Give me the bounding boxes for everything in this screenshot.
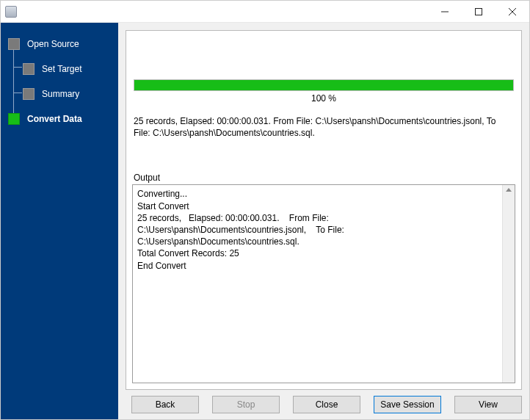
scrollbar[interactable] — [502, 185, 515, 383]
close-button[interactable]: Close — [293, 396, 360, 413]
sidebar-item-label: Open Source — [27, 39, 79, 49]
step-icon — [23, 88, 35, 100]
stop-button[interactable]: Stop — [212, 396, 280, 413]
sidebar-item-label: Convert Data — [27, 114, 82, 124]
progress-fill — [134, 80, 513, 90]
sidebar: Open Source Set Target Summary Convert D… — [1, 23, 118, 419]
step-icon — [23, 63, 35, 75]
progress-label: 100 % — [134, 93, 514, 104]
titlebar-left — [1, 6, 21, 18]
minimize-button[interactable] — [428, 1, 462, 22]
sidebar-item-label: Summary — [42, 89, 79, 99]
view-button[interactable]: View — [454, 396, 522, 413]
window-controls — [428, 1, 529, 22]
output-box: Converting... Start Convert 25 records, … — [132, 184, 515, 383]
step-icon — [8, 113, 20, 125]
sidebar-item-set-target[interactable]: Set Target — [1, 57, 118, 82]
progress-section: 100 % — [131, 35, 517, 106]
content-area: Open Source Set Target Summary Convert D… — [1, 23, 529, 419]
main-panel: 100 % 25 records, Elapsed: 00:00:00.031.… — [126, 30, 522, 390]
maximize-button[interactable] — [462, 1, 495, 22]
close-window-button[interactable] — [495, 1, 529, 22]
app-icon — [5, 6, 17, 18]
sidebar-item-convert-data[interactable]: Convert Data — [1, 106, 118, 131]
main-area: 100 % 25 records, Elapsed: 00:00:00.031.… — [118, 23, 529, 419]
output-content: Converting... Start Convert 25 records, … — [137, 188, 500, 380]
step-icon — [8, 38, 20, 50]
sidebar-item-summary[interactable]: Summary — [1, 82, 118, 106]
progress-bar — [134, 79, 514, 91]
titlebar — [1, 1, 529, 23]
svg-rect-1 — [476, 8, 482, 15]
back-button[interactable]: Back — [131, 396, 199, 413]
output-label: Output — [131, 173, 517, 184]
scroll-up-icon — [506, 188, 512, 192]
footer-buttons: Back Stop Close Save Session View — [126, 390, 522, 413]
save-session-button[interactable]: Save Session — [374, 396, 441, 413]
status-text: 25 records, Elapsed: 00:00:00.031. From … — [131, 115, 517, 139]
sidebar-item-label: Set Target — [42, 64, 81, 74]
sidebar-item-open-source[interactable]: Open Source — [1, 32, 118, 57]
